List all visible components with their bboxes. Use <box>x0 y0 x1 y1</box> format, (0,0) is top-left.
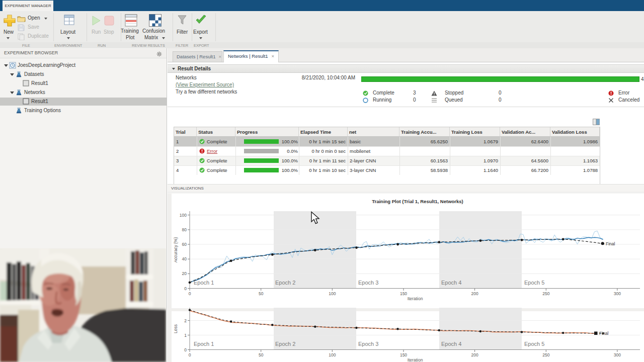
svg-text:60: 60 <box>182 242 187 247</box>
svg-text:Epoch 4: Epoch 4 <box>441 280 461 286</box>
svg-text:1: 1 <box>184 333 187 338</box>
svg-text:250: 250 <box>542 352 549 357</box>
svg-text:Epoch 3: Epoch 3 <box>358 341 378 347</box>
svg-text:300: 300 <box>614 352 621 357</box>
svg-text:Iteration: Iteration <box>408 296 423 301</box>
svg-text:0: 0 <box>184 347 187 352</box>
svg-text:Epoch 4: Epoch 4 <box>441 341 461 347</box>
svg-text:Epoch 2: Epoch 2 <box>275 280 295 286</box>
svg-text:Epoch 5: Epoch 5 <box>524 341 544 347</box>
svg-text:Training Plot (Trial 1, Result: Training Plot (Trial 1, Result1, Network… <box>372 199 463 204</box>
svg-text:Epoch 2: Epoch 2 <box>275 341 295 347</box>
svg-text:150: 150 <box>400 291 407 296</box>
svg-text:200: 200 <box>471 352 478 357</box>
svg-text:Epoch 3: Epoch 3 <box>358 280 378 286</box>
svg-text:Loss: Loss <box>173 324 178 333</box>
svg-text:250: 250 <box>542 291 549 296</box>
svg-text:40: 40 <box>182 256 187 261</box>
svg-text:100: 100 <box>329 291 336 296</box>
svg-text:100: 100 <box>329 352 336 357</box>
svg-text:Iteration: Iteration <box>408 357 423 362</box>
svg-text:300: 300 <box>614 291 621 296</box>
svg-text:50: 50 <box>259 291 264 296</box>
svg-text:2: 2 <box>184 318 187 323</box>
svg-text:Accuracy (%): Accuracy (%) <box>173 237 178 263</box>
svg-text:Epoch 5: Epoch 5 <box>524 280 544 286</box>
svg-text:0: 0 <box>189 291 191 296</box>
svg-text:150: 150 <box>400 352 407 357</box>
svg-text:50: 50 <box>259 352 264 357</box>
svg-text:200: 200 <box>471 291 478 296</box>
svg-text:100: 100 <box>180 213 187 218</box>
svg-text:Epoch 1: Epoch 1 <box>194 341 214 347</box>
svg-text:0: 0 <box>184 286 187 291</box>
svg-text:Epoch 1: Epoch 1 <box>194 280 214 286</box>
svg-text:20: 20 <box>182 271 187 276</box>
svg-text:0: 0 <box>189 352 191 357</box>
svg-text:Final: Final <box>599 331 609 336</box>
svg-text:80: 80 <box>182 227 187 232</box>
svg-text:Final: Final <box>606 241 615 246</box>
